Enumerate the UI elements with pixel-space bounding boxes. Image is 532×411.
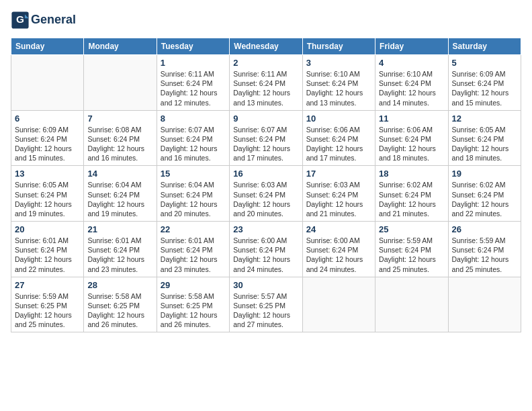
day-number: 19: [452, 169, 517, 179]
day-info: Sunrise: 6:02 AMSunset: 6:24 PMDaylight:…: [452, 180, 517, 218]
calendar-cell: [84, 55, 157, 111]
day-number: 18: [379, 169, 444, 179]
calendar-cell: 26Sunrise: 5:59 AMSunset: 6:24 PMDayligh…: [448, 222, 521, 277]
day-number: 12: [452, 113, 517, 124]
day-number: 17: [306, 169, 371, 179]
day-info: Sunrise: 5:58 AMSunset: 6:25 PMDaylight:…: [161, 291, 226, 330]
day-number: 13: [15, 169, 80, 179]
calendar-cell: 13Sunrise: 6:05 AMSunset: 6:24 PMDayligh…: [11, 166, 84, 222]
calendar-cell: 22Sunrise: 6:01 AMSunset: 6:24 PMDayligh…: [157, 222, 229, 277]
day-number: 15: [161, 169, 226, 179]
day-info: Sunrise: 6:01 AMSunset: 6:24 PMDaylight:…: [87, 236, 152, 274]
column-header-friday: Friday: [375, 38, 448, 55]
column-header-sunday: Sunday: [11, 38, 84, 55]
calendar-cell: [375, 277, 448, 332]
day-number: 7: [87, 113, 152, 124]
calendar-cell: 14Sunrise: 6:04 AMSunset: 6:24 PMDayligh…: [84, 166, 157, 222]
calendar-cell: 3Sunrise: 6:10 AMSunset: 6:24 PMDaylight…: [302, 55, 375, 111]
calendar-cell: 21Sunrise: 6:01 AMSunset: 6:24 PMDayligh…: [84, 222, 157, 277]
day-number: 16: [233, 169, 298, 179]
calendar-cell: 29Sunrise: 5:58 AMSunset: 6:25 PMDayligh…: [157, 277, 229, 332]
calendar-cell: 23Sunrise: 6:00 AMSunset: 6:24 PMDayligh…: [230, 222, 302, 277]
calendar-cell: 16Sunrise: 6:03 AMSunset: 6:24 PMDayligh…: [230, 166, 302, 222]
column-header-tuesday: Tuesday: [157, 38, 229, 55]
calendar-cell: 9Sunrise: 6:07 AMSunset: 6:24 PMDaylight…: [230, 110, 302, 166]
day-info: Sunrise: 6:03 AMSunset: 6:24 PMDaylight:…: [306, 180, 371, 218]
calendar-cell: 24Sunrise: 6:00 AMSunset: 6:24 PMDayligh…: [302, 222, 375, 277]
calendar-cell: 20Sunrise: 6:01 AMSunset: 6:24 PMDayligh…: [11, 222, 84, 277]
calendar-cell: 18Sunrise: 6:02 AMSunset: 6:24 PMDayligh…: [375, 166, 448, 222]
day-number: 5: [452, 58, 517, 68]
calendar-cell: 10Sunrise: 6:06 AMSunset: 6:24 PMDayligh…: [302, 110, 375, 166]
day-info: Sunrise: 6:07 AMSunset: 6:24 PMDaylight:…: [233, 125, 298, 163]
logo-icon: G: [11, 11, 30, 30]
day-info: Sunrise: 6:07 AMSunset: 6:24 PMDaylight:…: [161, 125, 226, 163]
day-number: 30: [233, 280, 298, 290]
column-header-saturday: Saturday: [448, 38, 521, 55]
calendar-table: SundayMondayTuesdayWednesdayThursdayFrid…: [11, 38, 521, 332]
calendar-cell: 19Sunrise: 6:02 AMSunset: 6:24 PMDayligh…: [448, 166, 521, 222]
day-info: Sunrise: 5:57 AMSunset: 6:25 PMDaylight:…: [233, 291, 298, 330]
day-info: Sunrise: 6:00 AMSunset: 6:24 PMDaylight:…: [233, 236, 298, 274]
calendar-cell: [11, 55, 84, 111]
day-info: Sunrise: 6:06 AMSunset: 6:24 PMDaylight:…: [306, 125, 371, 163]
day-number: 11: [379, 113, 444, 124]
calendar-cell: 15Sunrise: 6:04 AMSunset: 6:24 PMDayligh…: [157, 166, 229, 222]
day-number: 21: [87, 224, 152, 234]
day-info: Sunrise: 6:05 AMSunset: 6:24 PMDaylight:…: [452, 125, 517, 163]
day-info: Sunrise: 6:01 AMSunset: 6:24 PMDaylight:…: [15, 236, 80, 274]
calendar-cell: 30Sunrise: 5:57 AMSunset: 6:25 PMDayligh…: [230, 277, 302, 332]
logo: G General: [11, 11, 76, 30]
week-row-5: 27Sunrise: 5:59 AMSunset: 6:25 PMDayligh…: [11, 277, 521, 332]
calendar-cell: 25Sunrise: 5:59 AMSunset: 6:24 PMDayligh…: [375, 222, 448, 277]
calendar-cell: 1Sunrise: 6:11 AMSunset: 6:24 PMDaylight…: [157, 55, 229, 111]
day-info: Sunrise: 6:05 AMSunset: 6:24 PMDaylight:…: [15, 180, 80, 218]
day-number: 29: [161, 280, 226, 290]
day-number: 9: [233, 113, 298, 124]
day-number: 23: [233, 224, 298, 234]
calendar-cell: 28Sunrise: 5:58 AMSunset: 6:25 PMDayligh…: [84, 277, 157, 332]
day-info: Sunrise: 6:10 AMSunset: 6:24 PMDaylight:…: [379, 69, 444, 107]
day-number: 25: [379, 224, 444, 234]
day-info: Sunrise: 6:11 AMSunset: 6:24 PMDaylight:…: [161, 69, 226, 107]
day-info: Sunrise: 6:10 AMSunset: 6:24 PMDaylight:…: [306, 69, 371, 107]
column-header-wednesday: Wednesday: [230, 38, 302, 55]
day-number: 20: [15, 224, 80, 234]
calendar-cell: 8Sunrise: 6:07 AMSunset: 6:24 PMDaylight…: [157, 110, 229, 166]
day-info: Sunrise: 6:04 AMSunset: 6:24 PMDaylight:…: [87, 180, 152, 218]
calendar-cell: 27Sunrise: 5:59 AMSunset: 6:25 PMDayligh…: [11, 277, 84, 332]
day-number: 3: [306, 58, 371, 68]
day-info: Sunrise: 6:03 AMSunset: 6:24 PMDaylight:…: [233, 180, 298, 218]
svg-text:G: G: [16, 13, 24, 25]
week-row-1: 1Sunrise: 6:11 AMSunset: 6:24 PMDaylight…: [11, 55, 521, 111]
day-number: 28: [87, 280, 152, 290]
day-number: 8: [161, 113, 226, 124]
day-number: 24: [306, 224, 371, 234]
day-number: 4: [379, 58, 444, 68]
week-row-2: 6Sunrise: 6:09 AMSunset: 6:24 PMDaylight…: [11, 110, 521, 166]
day-info: Sunrise: 6:02 AMSunset: 6:24 PMDaylight:…: [379, 180, 444, 218]
day-info: Sunrise: 6:09 AMSunset: 6:24 PMDaylight:…: [15, 125, 80, 163]
day-number: 22: [161, 224, 226, 234]
calendar-cell: 11Sunrise: 6:06 AMSunset: 6:24 PMDayligh…: [375, 110, 448, 166]
day-info: Sunrise: 6:06 AMSunset: 6:24 PMDaylight:…: [379, 125, 444, 163]
column-header-monday: Monday: [84, 38, 157, 55]
day-info: Sunrise: 5:58 AMSunset: 6:25 PMDaylight:…: [87, 291, 152, 330]
day-info: Sunrise: 6:01 AMSunset: 6:24 PMDaylight:…: [161, 236, 226, 274]
calendar-cell: [302, 277, 375, 332]
day-info: Sunrise: 5:59 AMSunset: 6:25 PMDaylight:…: [15, 291, 80, 330]
day-info: Sunrise: 6:08 AMSunset: 6:24 PMDaylight:…: [87, 125, 152, 163]
column-header-thursday: Thursday: [302, 38, 375, 55]
day-info: Sunrise: 5:59 AMSunset: 6:24 PMDaylight:…: [452, 236, 517, 274]
calendar-cell: 17Sunrise: 6:03 AMSunset: 6:24 PMDayligh…: [302, 166, 375, 222]
day-info: Sunrise: 6:09 AMSunset: 6:24 PMDaylight:…: [452, 69, 517, 107]
day-info: Sunrise: 6:11 AMSunset: 6:24 PMDaylight:…: [233, 69, 298, 107]
day-number: 26: [452, 224, 517, 234]
calendar-cell: 6Sunrise: 6:09 AMSunset: 6:24 PMDaylight…: [11, 110, 84, 166]
calendar-cell: 2Sunrise: 6:11 AMSunset: 6:24 PMDaylight…: [230, 55, 302, 111]
week-row-4: 20Sunrise: 6:01 AMSunset: 6:24 PMDayligh…: [11, 222, 521, 277]
calendar-cell: 5Sunrise: 6:09 AMSunset: 6:24 PMDaylight…: [448, 55, 521, 111]
day-number: 14: [87, 169, 152, 179]
day-info: Sunrise: 6:00 AMSunset: 6:24 PMDaylight:…: [306, 236, 371, 274]
calendar-cell: [448, 277, 521, 332]
